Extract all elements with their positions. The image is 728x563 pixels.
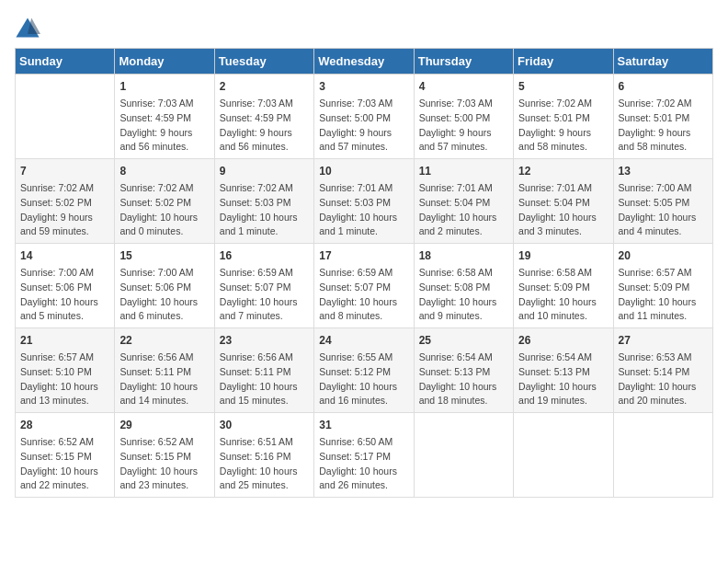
calendar-cell: 17Sunrise: 6:59 AMSunset: 5:07 PMDayligh… bbox=[314, 244, 414, 328]
calendar-cell bbox=[16, 75, 115, 159]
day-info: Sunrise: 7:00 AMSunset: 5:05 PMDaylight:… bbox=[619, 181, 708, 239]
day-info: Sunrise: 6:55 AMSunset: 5:12 PMDaylight:… bbox=[319, 350, 408, 408]
header-wednesday: Wednesday bbox=[314, 49, 414, 75]
day-info: Sunrise: 7:02 AMSunset: 5:01 PMDaylight:… bbox=[518, 97, 608, 155]
day-info: Sunrise: 6:58 AMSunset: 5:08 PMDaylight:… bbox=[419, 266, 508, 324]
header-sunday: Sunday bbox=[16, 49, 115, 75]
day-info: Sunrise: 7:03 AMSunset: 5:00 PMDaylight:… bbox=[419, 97, 508, 155]
day-info: Sunrise: 6:52 AMSunset: 5:15 PMDaylight:… bbox=[20, 435, 109, 493]
day-info: Sunrise: 6:58 AMSunset: 5:09 PMDaylight:… bbox=[518, 266, 608, 324]
day-info: Sunrise: 6:59 AMSunset: 5:07 PMDaylight:… bbox=[220, 266, 309, 324]
day-number: 12 bbox=[518, 163, 608, 179]
calendar-week-row: 7Sunrise: 7:02 AMSunset: 5:02 PMDaylight… bbox=[16, 159, 713, 244]
day-info: Sunrise: 6:54 AMSunset: 5:13 PMDaylight:… bbox=[419, 350, 508, 408]
day-number: 14 bbox=[20, 247, 109, 264]
calendar-cell: 10Sunrise: 7:01 AMSunset: 5:03 PMDayligh… bbox=[314, 159, 414, 244]
calendar-cell: 16Sunrise: 6:59 AMSunset: 5:07 PMDayligh… bbox=[214, 244, 313, 328]
day-number: 15 bbox=[119, 247, 209, 264]
day-number: 30 bbox=[220, 417, 309, 433]
day-info: Sunrise: 6:50 AMSunset: 5:17 PMDaylight:… bbox=[319, 435, 408, 493]
calendar-cell: 29Sunrise: 6:52 AMSunset: 5:15 PMDayligh… bbox=[115, 413, 214, 498]
day-number: 7 bbox=[20, 163, 109, 179]
calendar-cell: 30Sunrise: 6:51 AMSunset: 5:16 PMDayligh… bbox=[214, 413, 313, 498]
calendar-cell: 2Sunrise: 7:03 AMSunset: 4:59 PMDaylight… bbox=[214, 75, 313, 159]
calendar-week-row: 28Sunrise: 6:52 AMSunset: 5:15 PMDayligh… bbox=[16, 413, 713, 498]
calendar-cell: 31Sunrise: 6:50 AMSunset: 5:17 PMDayligh… bbox=[314, 413, 414, 498]
day-number: 25 bbox=[419, 332, 508, 349]
day-number: 28 bbox=[20, 417, 109, 433]
calendar-cell: 27Sunrise: 6:53 AMSunset: 5:14 PMDayligh… bbox=[613, 328, 712, 413]
page-header bbox=[15, 15, 713, 40]
calendar-cell: 25Sunrise: 6:54 AMSunset: 5:13 PMDayligh… bbox=[414, 328, 513, 413]
day-info: Sunrise: 6:59 AMSunset: 5:07 PMDaylight:… bbox=[319, 266, 408, 324]
calendar-cell: 13Sunrise: 7:00 AMSunset: 5:05 PMDayligh… bbox=[613, 159, 712, 244]
day-number: 29 bbox=[119, 417, 209, 433]
calendar-cell: 7Sunrise: 7:02 AMSunset: 5:02 PMDaylight… bbox=[16, 159, 115, 244]
day-number: 4 bbox=[419, 78, 508, 95]
calendar-cell: 12Sunrise: 7:01 AMSunset: 5:04 PMDayligh… bbox=[514, 159, 613, 244]
calendar-week-row: 14Sunrise: 7:00 AMSunset: 5:06 PMDayligh… bbox=[16, 244, 713, 328]
day-info: Sunrise: 7:03 AMSunset: 4:59 PMDaylight:… bbox=[220, 97, 309, 155]
day-number: 10 bbox=[319, 163, 408, 179]
calendar-cell: 21Sunrise: 6:57 AMSunset: 5:10 PMDayligh… bbox=[16, 328, 115, 413]
calendar-cell: 6Sunrise: 7:02 AMSunset: 5:01 PMDaylight… bbox=[613, 75, 712, 159]
day-number: 2 bbox=[220, 78, 309, 95]
day-info: Sunrise: 6:56 AMSunset: 5:11 PMDaylight:… bbox=[220, 350, 309, 408]
calendar-cell bbox=[414, 413, 513, 498]
calendar-cell: 22Sunrise: 6:56 AMSunset: 5:11 PMDayligh… bbox=[115, 328, 214, 413]
day-number: 3 bbox=[319, 78, 408, 95]
calendar-cell bbox=[613, 413, 712, 498]
calendar-cell: 15Sunrise: 7:00 AMSunset: 5:06 PMDayligh… bbox=[115, 244, 214, 328]
day-number: 22 bbox=[119, 332, 209, 349]
day-number: 11 bbox=[419, 163, 508, 179]
day-info: Sunrise: 6:51 AMSunset: 5:16 PMDaylight:… bbox=[220, 435, 309, 493]
calendar-cell bbox=[514, 413, 613, 498]
day-number: 24 bbox=[319, 332, 408, 349]
header-saturday: Saturday bbox=[613, 49, 712, 75]
calendar-cell: 23Sunrise: 6:56 AMSunset: 5:11 PMDayligh… bbox=[214, 328, 313, 413]
calendar-cell: 3Sunrise: 7:03 AMSunset: 5:00 PMDaylight… bbox=[314, 75, 414, 159]
day-number: 6 bbox=[619, 78, 708, 95]
day-number: 27 bbox=[619, 332, 708, 349]
calendar-cell: 28Sunrise: 6:52 AMSunset: 5:15 PMDayligh… bbox=[16, 413, 115, 498]
header-monday: Monday bbox=[115, 49, 214, 75]
day-number: 16 bbox=[220, 247, 309, 264]
day-number: 17 bbox=[319, 247, 408, 264]
calendar-cell: 20Sunrise: 6:57 AMSunset: 5:09 PMDayligh… bbox=[613, 244, 712, 328]
day-number: 20 bbox=[619, 247, 708, 264]
day-info: Sunrise: 6:57 AMSunset: 5:10 PMDaylight:… bbox=[20, 350, 109, 408]
day-info: Sunrise: 6:53 AMSunset: 5:14 PMDaylight:… bbox=[619, 350, 708, 408]
calendar-cell: 8Sunrise: 7:02 AMSunset: 5:02 PMDaylight… bbox=[115, 159, 214, 244]
calendar-cell: 4Sunrise: 7:03 AMSunset: 5:00 PMDaylight… bbox=[414, 75, 513, 159]
calendar-week-row: 21Sunrise: 6:57 AMSunset: 5:10 PMDayligh… bbox=[16, 328, 713, 413]
day-info: Sunrise: 7:03 AMSunset: 4:59 PMDaylight:… bbox=[119, 97, 209, 155]
calendar-week-row: 1Sunrise: 7:03 AMSunset: 4:59 PMDaylight… bbox=[16, 75, 713, 159]
day-info: Sunrise: 6:57 AMSunset: 5:09 PMDaylight:… bbox=[619, 266, 708, 324]
calendar-cell: 1Sunrise: 7:03 AMSunset: 4:59 PMDaylight… bbox=[115, 75, 214, 159]
calendar-cell: 26Sunrise: 6:54 AMSunset: 5:13 PMDayligh… bbox=[514, 328, 613, 413]
calendar-cell: 24Sunrise: 6:55 AMSunset: 5:12 PMDayligh… bbox=[314, 328, 414, 413]
day-info: Sunrise: 7:02 AMSunset: 5:02 PMDaylight:… bbox=[119, 181, 209, 239]
day-info: Sunrise: 7:03 AMSunset: 5:00 PMDaylight:… bbox=[319, 97, 408, 155]
calendar-cell: 19Sunrise: 6:58 AMSunset: 5:09 PMDayligh… bbox=[514, 244, 613, 328]
day-info: Sunrise: 6:52 AMSunset: 5:15 PMDaylight:… bbox=[119, 435, 209, 493]
calendar-cell: 14Sunrise: 7:00 AMSunset: 5:06 PMDayligh… bbox=[16, 244, 115, 328]
day-info: Sunrise: 7:01 AMSunset: 5:03 PMDaylight:… bbox=[319, 181, 408, 239]
day-number: 23 bbox=[220, 332, 309, 349]
logo-icon bbox=[15, 15, 40, 40]
day-info: Sunrise: 7:00 AMSunset: 5:06 PMDaylight:… bbox=[20, 266, 109, 324]
header-tuesday: Tuesday bbox=[214, 49, 313, 75]
day-info: Sunrise: 7:02 AMSunset: 5:01 PMDaylight:… bbox=[619, 97, 708, 155]
day-info: Sunrise: 7:02 AMSunset: 5:02 PMDaylight:… bbox=[20, 181, 109, 239]
header-friday: Friday bbox=[514, 49, 613, 75]
header-thursday: Thursday bbox=[414, 49, 513, 75]
day-number: 9 bbox=[220, 163, 309, 179]
day-number: 18 bbox=[419, 247, 508, 264]
calendar-cell: 18Sunrise: 6:58 AMSunset: 5:08 PMDayligh… bbox=[414, 244, 513, 328]
logo bbox=[15, 15, 44, 40]
day-number: 8 bbox=[119, 163, 209, 179]
day-info: Sunrise: 7:02 AMSunset: 5:03 PMDaylight:… bbox=[220, 181, 309, 239]
day-number: 21 bbox=[20, 332, 109, 349]
day-number: 19 bbox=[518, 247, 608, 264]
day-info: Sunrise: 6:56 AMSunset: 5:11 PMDaylight:… bbox=[119, 350, 209, 408]
